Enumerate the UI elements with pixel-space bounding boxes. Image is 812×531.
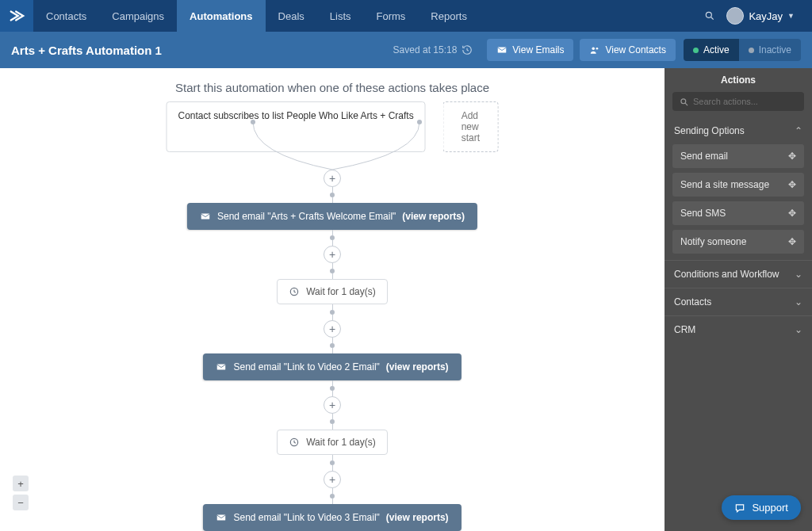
- zoom-in-button[interactable]: +: [13, 476, 29, 491]
- view-reports-link[interactable]: (view reports): [386, 512, 449, 523]
- search-icon[interactable]: [704, 10, 715, 21]
- actions-search-input[interactable]: [672, 92, 804, 111]
- send-email-block[interactable]: Send email "Link to Video 2 Email" (view…: [203, 353, 461, 380]
- app-logo[interactable]: [0, 0, 33, 32]
- svg-point-12: [681, 99, 686, 104]
- panel-section-sending-options[interactable]: Sending Options⌃: [665, 117, 812, 144]
- nav-tab-automations[interactable]: Automations: [177, 0, 265, 32]
- nav-tab-forms[interactable]: Forms: [364, 0, 419, 32]
- avatar: [726, 7, 744, 25]
- clock-icon: [289, 286, 300, 297]
- panel-section-crm[interactable]: CRM⌄: [665, 315, 812, 343]
- automation-canvas[interactable]: Start this automation when one of these …: [0, 68, 665, 531]
- action-item-send-a-site-message[interactable]: Send a site message✥: [672, 173, 804, 197]
- chevron-down-icon: ⌄: [795, 324, 802, 335]
- saved-status: Saved at 15:18: [393, 44, 473, 55]
- mail-icon: [200, 211, 211, 222]
- view-reports-link[interactable]: (view reports): [402, 211, 465, 222]
- history-icon: [462, 44, 473, 55]
- user-menu[interactable]: KayJay ▼: [726, 7, 801, 25]
- clock-icon: [289, 437, 300, 448]
- chevron-down-icon: ⌄: [795, 296, 802, 308]
- mail-icon: [216, 361, 227, 372]
- view-reports-link[interactable]: (view reports): [386, 361, 449, 372]
- svg-rect-2: [498, 48, 507, 53]
- panel-search: [672, 92, 804, 111]
- panel-section-contacts[interactable]: Contacts⌄: [665, 288, 812, 315]
- svg-line-13: [685, 103, 688, 105]
- connector-lines: [174, 119, 491, 178]
- status-active[interactable]: Active: [684, 39, 739, 61]
- dot-icon: [749, 48, 754, 53]
- username: KayJay: [749, 10, 783, 22]
- nav-tab-campaigns[interactable]: Campaigns: [99, 0, 177, 32]
- action-item-send-sms[interactable]: Send SMS✥: [672, 201, 804, 225]
- add-step-button[interactable]: +: [324, 320, 341, 338]
- status-toggle: Active Inactive: [684, 39, 801, 61]
- mail-icon: [216, 512, 227, 523]
- people-icon: [589, 44, 600, 55]
- nav-tab-reports[interactable]: Reports: [418, 0, 480, 32]
- dot-icon: [693, 48, 699, 53]
- automation-header: Arts + Crafts Automation 1 Saved at 15:1…: [0, 32, 812, 68]
- svg-point-0: [707, 12, 712, 17]
- start-prompt: Start this automation when one of these …: [175, 81, 489, 94]
- send-email-block[interactable]: Send email "Link to Video 3 Email" (view…: [203, 504, 461, 531]
- action-item-notify-someone[interactable]: Notify someone✥: [672, 230, 804, 254]
- drag-handle-icon: ✥: [788, 208, 796, 219]
- chat-icon: [734, 502, 745, 514]
- svg-rect-11: [217, 515, 226, 521]
- add-step-button[interactable]: +: [324, 396, 341, 414]
- add-step-button[interactable]: +: [324, 170, 341, 187]
- automation-title: Arts + Crafts Automation 1: [11, 44, 162, 57]
- wait-block[interactable]: Wait for 1 day(s): [277, 279, 388, 304]
- status-inactive[interactable]: Inactive: [739, 39, 801, 61]
- svg-point-3: [592, 48, 596, 51]
- nav-tab-lists[interactable]: Lists: [317, 0, 364, 32]
- svg-rect-7: [201, 214, 210, 220]
- nav-tab-contacts[interactable]: Contacts: [33, 0, 99, 32]
- actions-panel: Actions Sending Options⌃Send email✥Send …: [665, 68, 812, 531]
- action-item-send-email[interactable]: Send email✥: [672, 144, 804, 168]
- drag-handle-icon: ✥: [788, 179, 796, 190]
- view-emails-button[interactable]: View Emails: [487, 39, 573, 61]
- panel-title: Actions: [665, 68, 812, 92]
- send-email-block[interactable]: Send email "Arts + Crafts Welcome Email"…: [187, 203, 477, 230]
- svg-point-5: [251, 120, 255, 124]
- search-icon: [679, 97, 690, 110]
- view-contacts-button[interactable]: View Contacts: [580, 39, 675, 61]
- support-button[interactable]: Support: [722, 495, 801, 520]
- svg-line-1: [711, 17, 714, 20]
- zoom-controls: + −: [13, 476, 29, 510]
- chevron-down-icon: ▼: [787, 12, 795, 20]
- svg-rect-9: [217, 365, 226, 370]
- svg-point-4: [596, 48, 599, 50]
- add-step-button[interactable]: +: [324, 246, 341, 263]
- zoom-out-button[interactable]: −: [13, 495, 29, 510]
- panel-section-conditions-and-workflow[interactable]: Conditions and Workflow⌄: [665, 260, 812, 288]
- top-nav: ContactsCampaignsAutomationsDealsListsFo…: [0, 0, 812, 32]
- wait-block[interactable]: Wait for 1 day(s): [277, 430, 388, 455]
- chevron-down-icon: ⌄: [795, 269, 802, 280]
- drag-handle-icon: ✥: [788, 236, 796, 247]
- drag-handle-icon: ✥: [788, 151, 796, 162]
- chevron-up-icon: ⌃: [795, 125, 802, 136]
- mail-icon: [496, 44, 508, 55]
- add-step-button[interactable]: +: [324, 471, 341, 488]
- nav-tab-deals[interactable]: Deals: [266, 0, 317, 32]
- svg-point-6: [417, 120, 422, 124]
